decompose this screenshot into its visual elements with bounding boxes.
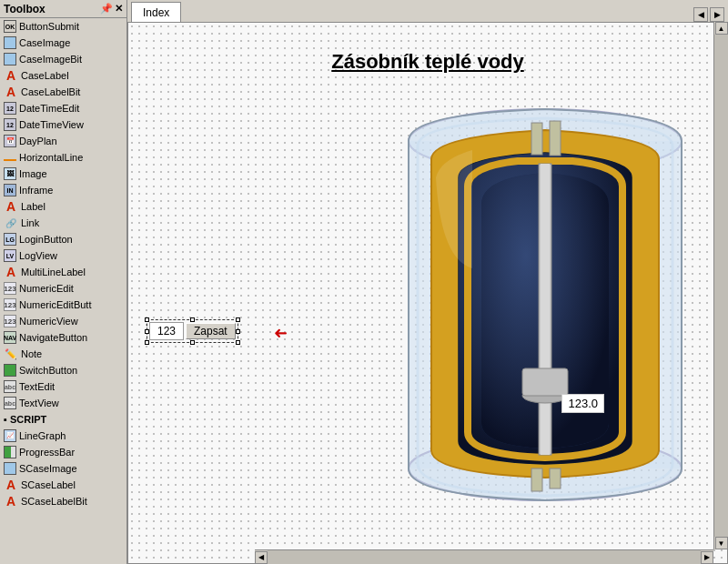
toolbox-item-image[interactable]: 🖼 Image xyxy=(0,166,126,182)
toolbox-label-progressbar: ProgressBar xyxy=(19,447,75,458)
handle-tr[interactable] xyxy=(236,317,240,322)
toolbox-label-switchbutton: SwitchButton xyxy=(19,365,77,376)
textedit-icon: abc xyxy=(4,380,16,393)
toolbox-label-linegraph: LineGraph xyxy=(19,430,66,441)
h-scroll-track[interactable] xyxy=(268,550,701,564)
toolbox-item-caselabelbit[interactable]: A CaseLabelBit xyxy=(0,84,126,100)
page-title: Zásobník teplé vody xyxy=(331,50,524,74)
toolbox-item-caseimagebit[interactable]: CaseImageBit xyxy=(0,51,126,67)
tab-bar: Index ◀ ▶ xyxy=(127,0,728,22)
nav-next-button[interactable]: ▶ xyxy=(710,7,724,22)
toolbox-label-caselabelbit: CaseLabelBit xyxy=(21,86,80,97)
heater-image xyxy=(390,86,700,505)
toolbox-label-textview: TextView xyxy=(19,398,59,408)
toolbox-label-textedit: TextEdit xyxy=(19,381,55,392)
section-collapse-icon: ▪ xyxy=(4,414,7,425)
toolbox-item-label[interactable]: A Label xyxy=(0,198,126,215)
svg-rect-9 xyxy=(531,468,542,491)
tab-index[interactable]: Index xyxy=(131,2,181,22)
scaselabel-icon: A xyxy=(4,478,18,491)
toolbox-label-scaseimage: SCaseImage xyxy=(19,463,77,474)
toolbox-label-inframe: Inframe xyxy=(19,185,53,196)
toolbox-header: Toolbox 📌 ✕ xyxy=(0,0,126,18)
numericview-icon: 123 xyxy=(4,315,16,327)
navigatebutton-icon: NAV xyxy=(4,331,16,344)
toolbox-item-scaselabel[interactable]: A SCaseLabel xyxy=(0,477,126,493)
toolbox-item-note[interactable]: ✏️ Note xyxy=(0,346,126,362)
script-section-label: SCRIPT xyxy=(10,414,46,425)
handle-bm[interactable] xyxy=(190,340,195,345)
toolbox-item-textview[interactable]: abc TextView xyxy=(0,395,126,411)
toolbox-item-progressbar[interactable]: ProgressBar xyxy=(0,444,126,460)
toolbox-item-numericedit[interactable]: 123 NumericEdit xyxy=(0,280,126,297)
toolbox-label-loginbutton: LoginButton xyxy=(19,234,73,245)
toolbox-item-link[interactable]: 🔗 Link xyxy=(0,215,126,231)
toolbox-section-script: ▪ SCRIPT xyxy=(0,411,126,428)
toolbox-header-icons: 📌 ✕ xyxy=(100,3,123,15)
numeric-edit-selected[interactable]: Zapsat xyxy=(147,319,238,343)
svg-rect-4 xyxy=(541,164,550,455)
h-scroll-right-button[interactable]: ▶ xyxy=(701,551,713,564)
toolbox-item-navigatebutton[interactable]: NAV NavigateButton xyxy=(0,329,126,346)
pin-icon[interactable]: 📌 xyxy=(100,3,113,15)
toolbox-label-datetimeview: DateTimeView xyxy=(19,119,84,130)
toolbox-item-horizontalline[interactable]: HorizontalLine xyxy=(0,149,126,166)
v-scroll-up-button[interactable]: ▲ xyxy=(715,22,728,35)
toolbox-item-linegraph[interactable]: 📈 LineGraph xyxy=(0,428,126,444)
toolbox-item-datetimeview[interactable]: 12 DateTimeView xyxy=(0,116,126,133)
toolbox-item-buttonsubmit[interactable]: OK ButtonSubmit xyxy=(0,18,126,35)
v-scroll-down-button[interactable]: ▼ xyxy=(715,537,728,549)
toolbox-item-scaseimage[interactable]: SCaseImage xyxy=(0,460,126,477)
main-area: Index ◀ ▶ Zásobník teplé vody xyxy=(127,0,728,564)
toolbox-label-logview: LogView xyxy=(19,250,57,261)
handle-bl[interactable] xyxy=(145,340,149,345)
loginbutton-icon: LG xyxy=(4,233,16,246)
datetimeedit-icon: 12 xyxy=(4,102,16,115)
toolbox-item-caseimage[interactable]: CaseImage xyxy=(0,35,126,51)
submit-icon: OK xyxy=(4,20,16,33)
toolbox-label-navigatebutton: NavigateButton xyxy=(19,332,87,343)
label-icon: A xyxy=(4,200,18,213)
inframe-icon: IN xyxy=(4,184,16,196)
handle-br[interactable] xyxy=(236,340,240,345)
toolbox-item-multilinelabel[interactable]: A MultiLineLabel xyxy=(0,264,126,280)
toolbox-label-link: Link xyxy=(21,217,39,228)
svg-rect-8 xyxy=(550,121,561,156)
toolbox-label-numericedit: NumericEdit xyxy=(19,283,74,294)
dayplan-icon: 📅 xyxy=(4,135,16,147)
logview-icon: LV xyxy=(4,249,16,262)
datetimeview-icon: 12 xyxy=(4,118,16,131)
toolbox-item-numericeditbutt[interactable]: 123 NumericEditButt xyxy=(0,297,126,313)
toolbox-label-numericeditbutt: NumericEditButt xyxy=(19,299,91,310)
handle-mr[interactable] xyxy=(236,329,240,334)
toolbox-item-dayplan[interactable]: 📅 DayPlan xyxy=(0,133,126,149)
toolbox-item-scaselabelbit[interactable]: A SCaseLabelBit xyxy=(0,493,126,509)
toolbox-item-caselabel[interactable]: A CaseLabel xyxy=(0,67,126,84)
zapsat-button[interactable]: Zapsat xyxy=(186,323,236,339)
nav-prev-button[interactable]: ◀ xyxy=(693,7,708,22)
toolbox-item-datetimeedit[interactable]: 12 DateTimeEdit xyxy=(0,100,126,116)
caseimage-icon xyxy=(4,36,16,49)
tab-index-label: Index xyxy=(143,6,169,19)
svg-rect-6 xyxy=(522,368,568,396)
toolbox-item-numericview[interactable]: 123 NumericView xyxy=(0,313,126,329)
toolbox-item-inframe[interactable]: IN Inframe xyxy=(0,182,126,198)
scaseimage-icon xyxy=(4,462,16,475)
h-scroll-left-button[interactable]: ◀ xyxy=(255,551,268,564)
toolbox-label-buttonsubmit: ButtonSubmit xyxy=(19,21,79,32)
toolbox-label-scaselabel: SCaseLabel xyxy=(21,479,76,490)
handle-ml[interactable] xyxy=(145,329,149,334)
handle-tl[interactable] xyxy=(145,317,149,322)
toolbox-title: Toolbox xyxy=(4,3,46,15)
toolbox-item-loginbutton[interactable]: LG LoginButton xyxy=(0,231,126,247)
v-scroll-track[interactable] xyxy=(714,35,728,537)
toolbox-item-logview[interactable]: LV LogView xyxy=(0,247,126,264)
red-arrow: ➜ xyxy=(274,323,288,343)
toolbox-item-textedit[interactable]: abc TextEdit xyxy=(0,378,126,395)
toolbox-item-switchbutton[interactable]: SwitchButton xyxy=(0,362,126,378)
close-icon[interactable]: ✕ xyxy=(115,3,123,15)
handle-tm[interactable] xyxy=(190,317,195,322)
numeric-edit-input[interactable] xyxy=(149,322,184,340)
textview-icon: abc xyxy=(4,397,16,409)
numericeditbutt-icon: 123 xyxy=(4,298,16,311)
